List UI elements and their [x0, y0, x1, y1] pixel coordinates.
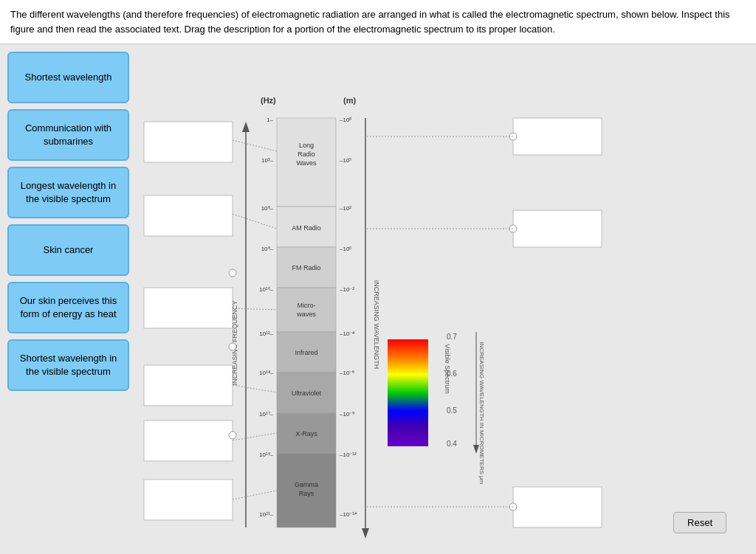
svg-text:X-Rays: X-Rays: [295, 430, 317, 437]
svg-line-55: [233, 385, 277, 392]
svg-marker-51: [473, 445, 479, 454]
svg-point-63: [229, 432, 236, 439]
svg-line-53: [233, 214, 277, 229]
drop-zone-5[interactable]: [144, 420, 233, 461]
svg-text:10³–: 10³–: [261, 157, 274, 164]
svg-text:10⁸–: 10⁸–: [261, 246, 274, 252]
spectrum-svg: (Hz) (m) INCREASING FREQUENCY Long Radio…: [137, 52, 698, 553]
drag-label-3[interactable]: Longest wavelength in the visible spectr…: [7, 167, 129, 218]
svg-text:–10⁻²: –10⁻²: [340, 286, 354, 293]
drop-zone-3[interactable]: [144, 288, 233, 328]
svg-text:0.5: 0.5: [447, 406, 457, 415]
svg-text:Infrared: Infrared: [295, 349, 317, 356]
right-drop-zone-1[interactable]: [513, 118, 602, 155]
svg-rect-11: [277, 288, 336, 332]
svg-text:Rays: Rays: [299, 490, 315, 497]
wavelength-arrow: INCREASING WAVELENGTH: [362, 118, 380, 539]
svg-text:–10⁻¹²: –10⁻¹²: [340, 451, 357, 458]
drop-zone-4[interactable]: [144, 365, 233, 406]
svg-marker-44: [362, 528, 369, 539]
hz-label: (Hz): [261, 96, 276, 105]
svg-line-54: [233, 308, 277, 310]
svg-text:INCREASING WAVELENGTH: INCREASING WAVELENGTH: [373, 280, 380, 370]
svg-text:10¹²–: 10¹²–: [259, 330, 273, 337]
svg-text:–10⁻⁹: –10⁻⁹: [340, 411, 354, 418]
svg-line-57: [233, 491, 277, 499]
svg-text:FM Radio: FM Radio: [292, 264, 320, 271]
svg-text:Radio: Radio: [298, 150, 315, 158]
main-area: Shortest wavelength Communication with s…: [0, 44, 756, 554]
drag-label-4[interactable]: Skin cancer: [7, 224, 129, 276]
spectrum-container: (Hz) (m) INCREASING FREQUENCY Long Radio…: [137, 52, 749, 554]
svg-text:Ultraviolet: Ultraviolet: [292, 389, 322, 397]
visible-label: Visible Spectrum: [444, 344, 451, 393]
svg-point-62: [229, 343, 236, 350]
intro-text: The different wavelengths (and therefore…: [0, 0, 756, 44]
svg-text:0.6: 0.6: [447, 370, 457, 378]
drop-zone-1[interactable]: [144, 122, 233, 162]
svg-text:10¹⁴–: 10¹⁴–: [259, 370, 274, 376]
svg-line-52: [233, 140, 277, 151]
svg-text:0.4: 0.4: [447, 440, 457, 448]
svg-text:–10⁰: –10⁰: [340, 246, 351, 252]
m-label: (m): [343, 96, 356, 105]
svg-text:1–: 1–: [267, 117, 273, 123]
svg-point-61: [229, 269, 236, 277]
svg-text:–10²: –10²: [340, 205, 351, 212]
freq-arrow: INCREASING FREQUENCY: [231, 122, 250, 527]
svg-text:Waves: Waves: [296, 159, 317, 167]
drag-label-5[interactable]: Our skin perceives this form of energy a…: [7, 282, 129, 333]
svg-text:10¹⁹–: 10¹⁹–: [259, 451, 274, 458]
right-drop-zone-2[interactable]: [513, 210, 602, 247]
svg-text:Gamma: Gamma: [295, 481, 318, 488]
reset-button[interactable]: Reset: [673, 512, 726, 533]
drop-zone-6[interactable]: [144, 479, 233, 520]
drag-label-6[interactable]: Shortest wavelength in the visible spect…: [7, 339, 129, 391]
labels-column: Shortest wavelength Communication with s…: [7, 52, 129, 554]
svg-text:0.7: 0.7: [447, 333, 457, 341]
svg-text:10¹⁷–: 10¹⁷–: [259, 411, 274, 418]
micrometer-label: INCREASING WAVELENGTH IN MICROMETERS μm: [478, 342, 485, 484]
svg-text:Micro-: Micro-: [298, 302, 316, 309]
svg-text:10²¹–: 10²¹–: [259, 511, 273, 518]
svg-text:–10⁸: –10⁸: [340, 117, 351, 123]
svg-text:waves: waves: [296, 311, 316, 318]
drop-zone-2[interactable]: [144, 195, 233, 236]
svg-line-56: [233, 433, 277, 440]
svg-text:–10⁵: –10⁵: [340, 157, 351, 164]
drag-label-1[interactable]: Shortest wavelength: [7, 52, 129, 103]
svg-text:10⁶–: 10⁶–: [261, 205, 274, 212]
svg-text:–10⁻¹⁴: –10⁻¹⁴: [340, 511, 357, 518]
svg-text:10¹⁰–: 10¹⁰–: [259, 286, 274, 293]
right-drop-zone-3[interactable]: [513, 487, 602, 527]
svg-text:AM Radio: AM Radio: [292, 224, 321, 232]
drag-label-2[interactable]: Communication with submarines: [7, 109, 129, 161]
svg-text:–10⁻⁶: –10⁻⁶: [340, 370, 354, 376]
svg-marker-1: [242, 122, 250, 132]
svg-text:–10⁻⁴: –10⁻⁴: [340, 330, 354, 337]
svg-text:Long: Long: [299, 142, 314, 149]
